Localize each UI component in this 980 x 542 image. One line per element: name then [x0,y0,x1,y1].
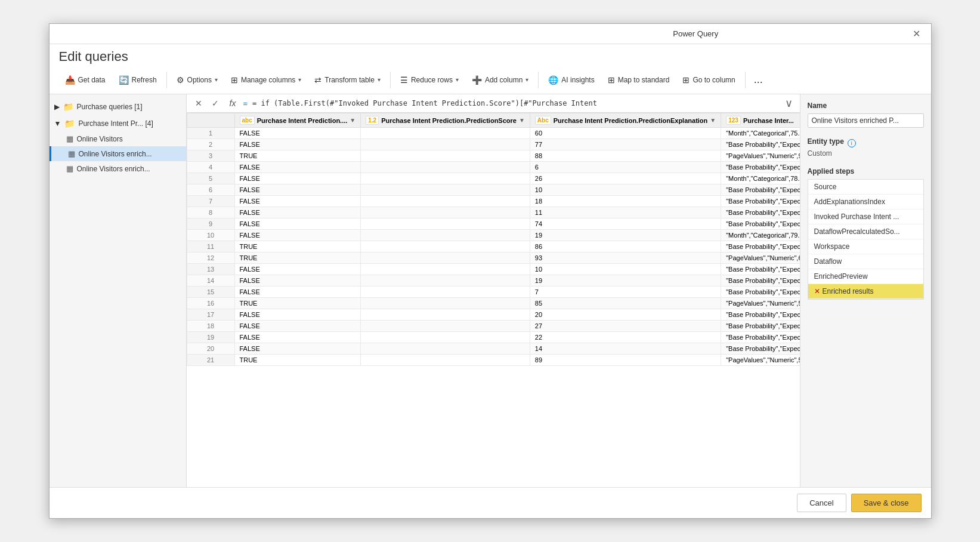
row-number: 12 [187,252,234,264]
table-row: 18FALSE27"Base Probability","ExpectedVal… [187,321,800,332]
add-column-label: Add column [485,76,523,84]
entity-type-info-icon[interactable]: i [848,139,856,147]
steps-section: Applied steps SourceAddExplanationsIndex… [808,167,924,300]
folder-icon-1: 📁 [63,102,73,112]
formula-bar: ✕ ✓ fx = ∨ [187,94,800,113]
folder-icon-2: 📁 [64,119,75,128]
save-close-button[interactable]: Save & close [851,494,922,512]
col-type-prediction: abc [240,116,255,125]
step-label-workspace: Workspace [814,242,850,251]
row-number: 9 [187,218,234,230]
get-data-button[interactable]: 📥 Get data [59,72,112,88]
reduce-rows-icon: ☰ [400,75,408,85]
row-number: 1 [187,128,234,139]
formula-equals: = [243,99,248,108]
formula-input[interactable] [252,99,778,107]
sidebar-item-online-visitors[interactable]: ▦ Online Visitors [50,131,186,146]
cell-prediction: TRUE [234,298,361,309]
row-number: 21 [187,355,234,366]
refresh-button[interactable]: 🔄 Refresh [113,72,163,88]
step-item-dataflow[interactable]: Dataflow [808,254,923,269]
table-body: 1FALSE60"Month","Categorical",75.1401910… [187,128,800,366]
col-type-explanation: Abc [535,116,551,125]
sidebar-item-online-visitors-label: Online Visitors [77,135,123,143]
step-item-invoked-purchase-intent[interactable]: Invoked Purchase Intent ... [808,210,923,224]
cell-purchase: "Month","Categorical",75.14019105139549,… [721,128,800,139]
row-number: 13 [187,264,234,275]
cancel-button[interactable]: Cancel [797,494,846,512]
sidebar-item-online-visitors-enrich2[interactable]: ▦ Online Visitors enrich... [50,161,186,176]
manage-columns-chevron: ▾ [298,76,301,83]
col-filter-score[interactable]: ▼ [519,117,525,124]
cell-prediction: TRUE [234,241,361,252]
col-label-score: Purchase Intent Prediction.PredictionSco… [381,117,517,124]
close-button[interactable]: ✕ [909,27,924,41]
cell-purchase: "PageValues","Numeric",92.19429633232734… [721,150,800,162]
sidebar-group-purchase-queries-header[interactable]: ▶ 📁 Purchase queries [1] [50,99,186,115]
table-row: 11TRUE86"Base Probability","ExpectedValu… [187,241,800,252]
step-item-workspace[interactable]: Workspace [808,239,923,254]
step-item-enriched-results[interactable]: ✕Enriched results [808,284,923,299]
table-row: 20FALSE14"Base Probability","ExpectedVal… [187,343,800,355]
cell-purchase: "PageValues","Numeric",59.08122553641114… [721,298,800,309]
cell-score [361,128,530,139]
more-icon: ... [754,73,763,86]
name-input[interactable] [808,113,924,128]
step-item-enriched-preview[interactable]: EnrichedPreview [808,269,923,284]
map-to-standard-label: Map to standard [618,76,670,84]
row-number: 17 [187,309,234,321]
cell-explanation: 11 [530,207,721,218]
table-row: 12TRUE93"PageValues","Numeric",65.259893… [187,252,800,264]
cell-score [361,332,530,343]
cell-prediction: FALSE [234,139,361,150]
formula-cancel-btn[interactable]: ✕ [191,97,206,109]
cell-prediction: FALSE [234,162,361,173]
col-filter-explanation[interactable]: ▼ [710,117,716,124]
cell-score [361,218,530,230]
table-row: 10FALSE19"Month","Categorical",79.771673… [187,230,800,241]
data-grid[interactable]: abc Purchase Intent Prediction.... ▼ 1.2… [187,113,800,487]
row-number: 2 [187,139,234,150]
cell-purchase: "Base Probability","ExpectedValueType",5… [721,332,800,343]
row-number: 7 [187,196,234,207]
ai-insights-button[interactable]: 🌐 AI insights [542,72,600,88]
row-number: 19 [187,332,234,343]
cell-prediction: FALSE [234,332,361,343]
transform-table-button[interactable]: ⇄ Transform table ▾ [308,72,387,88]
get-data-label: Get data [78,76,106,84]
manage-columns-button[interactable]: ⊞ Manage columns ▾ [225,72,307,88]
step-item-dataflow-precalculated[interactable]: DataflowPrecalculatedSo... [808,224,923,239]
table-icon-2: ▦ [68,149,75,158]
step-item-add-explanations[interactable]: AddExplanationsIndex [808,195,923,210]
options-button[interactable]: ⚙ Options ▾ [171,72,224,88]
cell-score [361,275,530,287]
transform-chevron: ▾ [378,76,381,83]
transform-label: Transform table [324,76,375,84]
table-row: 5FALSE26"Month","Categorical",78.5718899… [187,173,800,184]
page-title: Edit queries [59,49,922,64]
cell-explanation: 18 [530,196,721,207]
cell-explanation: 6 [530,162,721,173]
refresh-icon: 🔄 [119,75,129,85]
map-to-standard-button[interactable]: ⊞ Map to standard [602,72,676,88]
col-filter-prediction[interactable]: ▼ [350,117,355,124]
step-item-source[interactable]: Source [808,180,923,195]
formula-expand-icon[interactable]: ∨ [783,97,795,110]
add-column-button[interactable]: ➕ Add column ▾ [466,72,534,88]
info-icon-label: i [851,140,852,146]
formula-fx-label: fx [227,98,239,108]
formula-confirm-btn[interactable]: ✓ [208,97,222,109]
col-label-prediction: Purchase Intent Prediction.... [257,117,348,124]
reduce-rows-button[interactable]: ☰ Reduce rows ▾ [394,72,465,88]
sidebar-item-online-visitors-enrich1[interactable]: ▦ Online Visitors enrich... [50,146,186,161]
col-header-prediction: abc Purchase Intent Prediction.... ▼ [234,113,361,128]
get-data-icon: 📥 [65,75,75,85]
sidebar-group-purchase-intent-header[interactable]: ▼ 📁 Purchase Intent Pr... [4] [50,116,186,131]
go-to-column-button[interactable]: ⊞ Go to column [676,72,741,88]
more-button[interactable]: ... [749,70,768,89]
cell-prediction: FALSE [234,173,361,184]
cell-purchase: "Base Probability","ExpectedValueType",5… [721,264,800,275]
step-label-invoked-purchase-intent: Invoked Purchase Intent ... [814,213,899,221]
sidebar-group-purchase-queries-label: Purchase queries [1] [77,103,143,111]
table-row: 1FALSE60"Month","Categorical",75.1401910… [187,128,800,139]
